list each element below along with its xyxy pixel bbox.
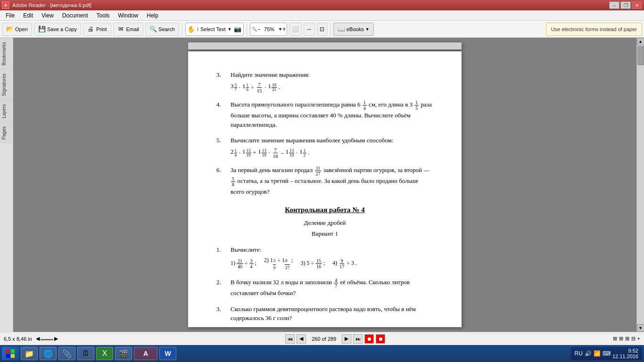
- page-info: 260 of 289: [308, 336, 340, 342]
- problem-4: 4. Высота прямоугольного параллелепипеда…: [216, 100, 433, 129]
- ebooks-button[interactable]: 📖 eBooks ▼: [333, 23, 374, 36]
- language-indicator[interactable]: RU: [575, 350, 583, 357]
- zoom-input[interactable]: [260, 26, 278, 32]
- toolbar: 📂 Open 💾 Save a Copy 🖨 Print ✉ Email 🔍 S…: [0, 21, 644, 38]
- text-tool-icon[interactable]: I: [197, 26, 198, 32]
- zoom-plus-button[interactable]: +: [282, 26, 286, 33]
- save-copy-label: Save a Copy: [47, 26, 77, 32]
- scroll-left-button[interactable]: ◀: [36, 336, 40, 342]
- save-copy-button[interactable]: 💾 Save a Copy: [34, 23, 81, 36]
- taskbar-acrobat[interactable]: A: [134, 347, 157, 360]
- menu-tools[interactable]: Tools: [93, 11, 114, 20]
- problem-content-6: За первый день магазин продал 1127 завез…: [231, 165, 433, 197]
- search-button[interactable]: 🔍 Search: [145, 23, 179, 36]
- search-label: Search: [158, 26, 175, 32]
- separator-2: [247, 23, 247, 36]
- page-header-bar: [188, 42, 462, 49]
- select-dropdown-icon[interactable]: ▼: [228, 27, 232, 32]
- keyboard-icon[interactable]: ⌨: [603, 350, 611, 357]
- problem-6: 6. За первый день магазин продал 1127 за…: [216, 165, 433, 197]
- menu-document[interactable]: Document: [58, 11, 92, 20]
- menu-help[interactable]: Help: [143, 11, 162, 20]
- status-bar: 6,5 x 8,46 in ◀ ▬▬▬ ▶ ⏮ ◀ 260 of 289 ▶ ⏭…: [0, 332, 644, 345]
- problem-s2-4: 4. Выполните действия: (7 – 225 : 815) :…: [216, 329, 433, 332]
- select-text-label[interactable]: Select Text: [200, 26, 226, 32]
- prev-page-button[interactable]: ◀: [297, 334, 306, 344]
- next-page-button[interactable]: ▶: [342, 334, 351, 344]
- left-sidebar: Bookmarks Signatures Layers Pages: [0, 38, 13, 332]
- scroll-right-button[interactable]: ▶: [54, 336, 58, 342]
- scroll-down-button[interactable]: ▼: [637, 324, 644, 332]
- taskbar-video[interactable]: 🎬: [115, 347, 132, 360]
- restore-button[interactable]: ❐: [620, 1, 631, 9]
- taskbar-excel[interactable]: X: [96, 347, 113, 360]
- main-area: Bookmarks Signatures Layers Pages 3. Най…: [0, 38, 644, 332]
- sidebar-tab-signatures[interactable]: Signatures: [0, 69, 13, 100]
- hand-tool-icon[interactable]: ✋: [188, 25, 195, 33]
- taskbar-chrome[interactable]: 🌐: [40, 347, 57, 360]
- problem-content-s2-1: Вычислите: 1) 2140 ÷ 34 ; 2) 159 ÷ 1827 …: [231, 245, 433, 272]
- snapshot-icon[interactable]: 📷: [234, 25, 241, 33]
- taskbar-word[interactable]: W: [159, 347, 176, 360]
- menu-edit[interactable]: Edit: [19, 11, 37, 20]
- first-page-button[interactable]: ⏮: [285, 334, 295, 344]
- svg-rect-1: [11, 349, 15, 353]
- taskbar-files[interactable]: 📁: [21, 347, 38, 360]
- sidebar-tab-layers[interactable]: Layers: [0, 100, 13, 122]
- problem-3-text: Найдите значение выражения:: [231, 70, 433, 80]
- pdf-page: 3. Найдите значение выражения: 337 · 116…: [188, 51, 462, 327]
- separator-3: [330, 23, 330, 36]
- scroll-thumb[interactable]: [637, 46, 644, 65]
- scroll-up-button[interactable]: ▲: [637, 38, 644, 45]
- fit-page-button[interactable]: ⬜: [289, 23, 302, 36]
- print-icon: 🖨: [87, 25, 95, 33]
- problem-content-4: Высота прямоугольного параллелепипеда ра…: [231, 100, 433, 129]
- section-variant: Вариант 1: [216, 229, 433, 239]
- taskbar-paperclip[interactable]: 📎: [58, 347, 75, 360]
- email-button[interactable]: ✉ Email: [113, 23, 144, 36]
- fit-width-button[interactable]: ↔: [304, 23, 315, 36]
- email-icon: ✉: [117, 25, 125, 33]
- minimize-button[interactable]: –: [609, 1, 619, 9]
- sidebar-tab-bookmarks[interactable]: Bookmarks: [0, 38, 13, 69]
- save-icon: 💾: [38, 25, 46, 33]
- problem-s2-1-math: 1) 2140 ÷ 34 ; 2) 159 ÷ 1827 ; 3) 5 ÷ 15…: [231, 256, 433, 271]
- fit-window-button[interactable]: ⊡: [317, 23, 327, 36]
- section-subtitle: Деление дробей: [216, 218, 433, 228]
- ebooks-icon: 📖: [338, 25, 345, 33]
- network-icon[interactable]: 📶: [594, 350, 601, 357]
- problem-content-s2-2: В бочку налили 32 л воды и заполнили 47 …: [231, 278, 433, 298]
- close-button[interactable]: ✕: [632, 1, 642, 9]
- menu-window[interactable]: Window: [115, 11, 142, 20]
- menu-view[interactable]: View: [38, 11, 58, 20]
- zoom-dropdown-button[interactable]: ▼: [278, 27, 282, 32]
- app-icon: A: [2, 1, 9, 9]
- page-size: 6,5 x 8,46 in: [4, 336, 32, 342]
- problem-s2-2: 2. В бочку налили 32 л воды и заполнили …: [216, 278, 433, 298]
- tray-clock[interactable]: 9:52 12.11.2016: [612, 348, 638, 359]
- menu-file[interactable]: File: [2, 11, 18, 20]
- open-button[interactable]: 📂 Open: [2, 23, 32, 36]
- start-button[interactable]: [2, 347, 19, 360]
- fit-width-icon: ↔: [306, 26, 312, 33]
- print-button[interactable]: 🖨 Print: [83, 23, 111, 36]
- hscroll-indicator: ▬▬▬: [41, 337, 53, 341]
- problem-s2-1-text: Вычислите:: [231, 245, 433, 255]
- volume-icon[interactable]: 🔊: [585, 350, 592, 357]
- record-button-2[interactable]: ⏺: [376, 334, 385, 344]
- tool-group-select: ✋ I Select Text ▼ 📷: [185, 23, 244, 36]
- taskbar-calendar[interactable]: 🗓: [77, 347, 94, 360]
- pdf-area[interactable]: 3. Найдите значение выражения: 337 · 116…: [13, 38, 636, 332]
- status-icon-3: ⊞: [625, 336, 629, 342]
- last-page-button[interactable]: ⏭: [353, 334, 363, 344]
- ebooks-dropdown-icon[interactable]: ▼: [365, 27, 370, 32]
- sidebar-tab-pages[interactable]: Pages: [0, 122, 13, 143]
- forms-label: Use electronic forms instead of paper: [551, 26, 637, 32]
- forms-button[interactable]: Use electronic forms instead of paper: [546, 23, 642, 36]
- problem-num-s2-3: 3.: [216, 304, 231, 323]
- zoom-out-button[interactable]: 🔍: [251, 26, 258, 33]
- record-button-1[interactable]: ⏺: [364, 334, 374, 344]
- separator-1: [182, 23, 182, 36]
- problem-num-s2-4: 4.: [216, 329, 231, 332]
- fit-page-icon: ⬜: [292, 26, 299, 33]
